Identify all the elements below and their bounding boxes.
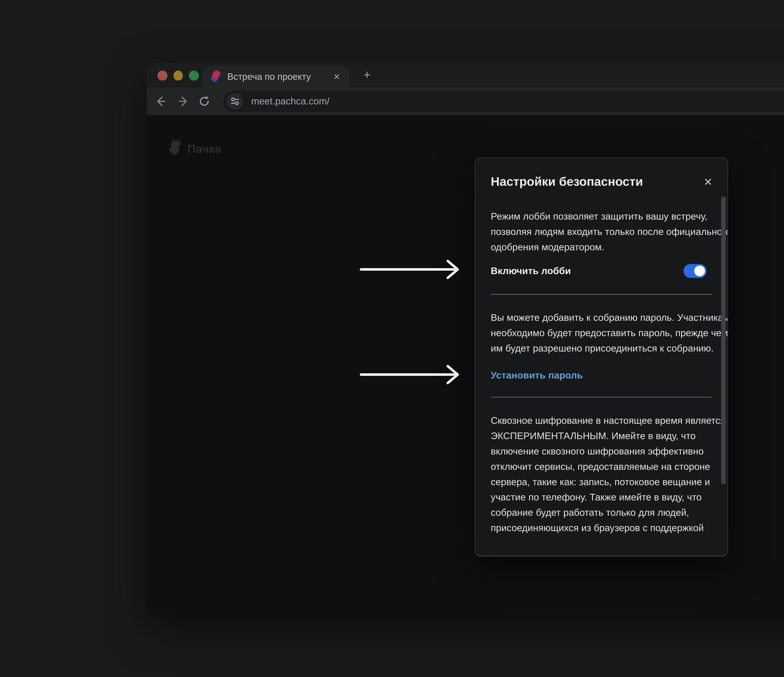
tab-title: Встреча по проекту (227, 71, 331, 82)
tab-favicon (210, 71, 221, 83)
e2ee-description-line: отключит сервисы, предоставляемые на сто… (491, 459, 712, 474)
section-divider (491, 397, 712, 398)
e2ee-description-line: присоединяющихся из браузеров с поддержк… (491, 520, 712, 536)
pachca-logo-text: Пачка (187, 142, 221, 155)
maximize-window-button[interactable] (189, 71, 199, 80)
annotation-arrow-password (359, 365, 462, 385)
site-settings-icon[interactable] (227, 93, 244, 110)
forward-button[interactable] (172, 90, 193, 112)
new-tab-button[interactable]: + (359, 67, 375, 84)
browser-toolbar: meet.pachca.com/ (147, 87, 784, 115)
address-bar[interactable]: meet.pachca.com/ (224, 90, 784, 112)
pachca-logo-icon (168, 140, 182, 156)
toggle-knob (694, 266, 705, 276)
enable-lobby-label: Включить лобби (491, 266, 571, 276)
reload-button[interactable] (193, 90, 215, 112)
close-window-button[interactable] (157, 71, 167, 80)
lobby-description-line: одобрения модератором. (491, 239, 712, 255)
dialog-body: Режим лобби позволяет защитить вашу встр… (475, 199, 727, 536)
e2ee-description-line: Сквозное шифрование в настоящее время яв… (491, 413, 712, 428)
pachca-logo: Пачка (168, 140, 221, 156)
dialog-scrollbar-thumb[interactable] (721, 197, 726, 484)
minimize-window-button[interactable] (173, 71, 183, 80)
annotation-arrow-lobby (359, 259, 462, 279)
lobby-toggle[interactable] (683, 264, 706, 278)
lobby-description-line: Режим лобби позволяет защитить вашу встр… (491, 209, 712, 224)
e2ee-description-line: сервера, такие как: запись, потоковое ве… (491, 474, 712, 490)
back-button[interactable] (151, 90, 172, 112)
screenshot-stage: Встреча по проекту ✕ + (0, 0, 784, 677)
set-password-link[interactable]: Установить пароль (491, 370, 712, 381)
lobby-description-line: позволяя людям входить только после офиц… (491, 224, 712, 239)
e2ee-description-line: ЭКСПЕРИМЕНТАЛЬНЫМ. Имейте в виду, что (491, 428, 712, 444)
enable-lobby-row: Включить лобби (491, 264, 712, 278)
e2ee-description-line: включение сквозного шифрования эффективн… (491, 444, 712, 459)
tab-strip: Встреча по проекту ✕ + (147, 63, 784, 88)
password-description-line: им будет разрешено присоединиться к собр… (491, 341, 712, 356)
tab-close-icon[interactable]: ✕ (331, 71, 342, 82)
close-icon[interactable]: ✕ (700, 174, 716, 189)
window-controls (157, 71, 199, 80)
url-text[interactable]: meet.pachca.com/ (251, 96, 784, 107)
section-divider (491, 294, 712, 295)
browser-tab[interactable]: Встреча по проекту ✕ (202, 66, 349, 87)
e2ee-description-line: участие по телефону. Также имейте в виду… (491, 490, 712, 505)
e2ee-description-line: собрание будет работать только для людей… (491, 505, 712, 520)
security-settings-dialog: Настройки безопасности ✕ Режим лобби поз… (474, 157, 728, 556)
password-description-line: необходимо будет предоставить пароль, пр… (491, 326, 712, 341)
password-description-line: Вы можете добавить к собранию пароль. Уч… (491, 310, 712, 326)
dialog-title: Настройки безопасности (491, 175, 643, 189)
